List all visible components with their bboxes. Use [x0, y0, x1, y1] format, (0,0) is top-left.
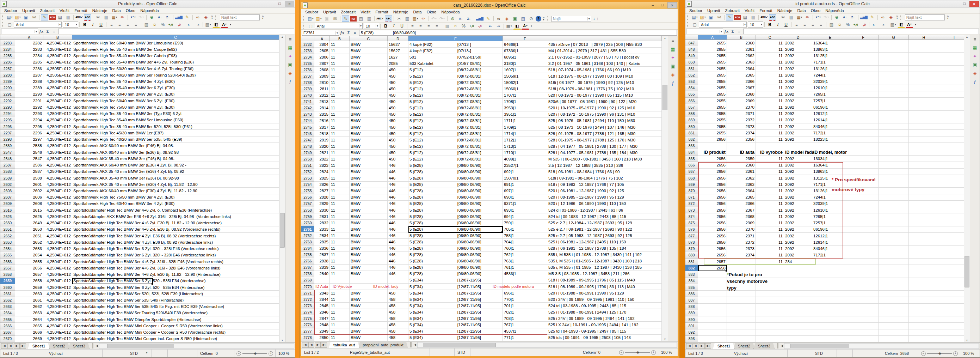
toolbar-grip[interactable]: [2, 15, 5, 20]
row-header-866[interactable]: 866: [686, 162, 698, 168]
cell-I881[interactable]: [939, 259, 964, 265]
cell-B2626[interactable]: 4,2504E+012: [43, 213, 72, 220]
row-header-2751[interactable]: 2751: [301, 162, 314, 169]
cell-D888[interactable]: [784, 304, 812, 310]
cell-F2732[interactable]: 64669|1: [503, 41, 547, 48]
cell-A848[interactable]: 2655: [698, 46, 727, 53]
menu-vložit[interactable]: Vložit: [742, 8, 757, 13]
cell-B2747[interactable]: 11: [330, 137, 350, 143]
cell-C885[interactable]: [756, 284, 784, 291]
row-header-2764[interactable]: 2764: [301, 246, 314, 252]
cell-A874[interactable]: 2656: [698, 213, 727, 220]
open-icon[interactable]: ▨▾: [699, 14, 706, 21]
cell-F2736[interactable]: 1697|1: [503, 67, 547, 73]
cell-C2777[interactable]: BMW: [350, 328, 388, 335]
menu-upravit[interactable]: Upravit: [321, 10, 338, 14]
cell-B2603[interactable]: 4,2504E+012: [43, 188, 72, 194]
cell-C2283[interactable]: Sportfahrwerk High Tec 60/40 mm BMW 3er …: [72, 40, 279, 46]
cell-G2737[interactable]: 518 | 12-1975 - 08-1977 | 1990 | 80 | 10…: [547, 73, 662, 79]
column-header-E[interactable]: E: [812, 35, 848, 40]
cell-G892[interactable]: [878, 329, 909, 336]
cell-F857[interactable]: [848, 104, 878, 110]
maximize-button[interactable]: □: [275, 1, 284, 6]
cell-G2753[interactable]: 518i | 09-1981 - 08-1984 | 1776 | 75 | 1…: [547, 175, 662, 182]
cell-C857[interactable]: 11: [756, 104, 784, 110]
row-header-878[interactable]: 878: [686, 239, 698, 246]
cell-A2754[interactable]: 2826: [314, 182, 330, 188]
cell-G2744[interactable]: 525 | 08-1976 - 05-1981 | 2494 | 110 | 1…: [547, 118, 662, 124]
row-header-851[interactable]: 851: [686, 66, 698, 72]
styles-icon[interactable]: ✦: [670, 54, 676, 61]
row-header-2741[interactable]: 2741: [301, 99, 314, 105]
cell-C2739[interactable]: BMW: [350, 86, 388, 93]
horizontal-scroll-thumb[interactable]: [791, 344, 849, 348]
row-header-2289[interactable]: 2289: [0, 78, 15, 85]
percent-format-icon[interactable]: %: [844, 21, 851, 28]
column-header-A[interactable]: A: [15, 35, 43, 40]
cell-H854[interactable]: [909, 85, 939, 91]
font-name-select[interactable]: Arial▾: [699, 21, 747, 27]
cell-D2764[interactable]: 446: [388, 246, 409, 252]
bold-icon[interactable]: B: [766, 21, 773, 28]
delete-decimal-icon[interactable]: -,0: [476, 23, 484, 29]
insert-chart-icon[interactable]: ▃▅▇: [476, 16, 484, 22]
cell-A893[interactable]: [698, 336, 727, 342]
cell-G854[interactable]: [878, 85, 909, 91]
font-size-select[interactable]: 10▾: [748, 21, 763, 27]
cell-B2293[interactable]: 4,2504E+012: [43, 104, 72, 110]
cell-E869[interactable]: 7171|1: [812, 181, 848, 188]
delete-decimal-icon[interactable]: -,0: [175, 21, 183, 28]
sheet-tab-propojeni_auto_produkt[interactable]: propojeni_auto_produkt: [358, 342, 408, 348]
cell-A2772[interactable]: 2844: [314, 296, 330, 303]
cell-I873[interactable]: [939, 207, 964, 213]
cell-G2775[interactable]: 525 i 24V | 09-1989 - 09-1995 | 2494 | 1…: [547, 315, 662, 322]
row-header-853[interactable]: 853: [686, 78, 698, 85]
cell-I877[interactable]: [939, 233, 964, 239]
cell-E857[interactable]: 86196|1: [812, 104, 848, 110]
cell-H861[interactable]: [909, 130, 939, 136]
currency-format-icon[interactable]: ¤: [836, 21, 843, 28]
cell-C865[interactable]: 11: [756, 155, 784, 162]
cell-A2736[interactable]: 2808: [314, 67, 330, 73]
align-left-icon[interactable]: ≡: [409, 23, 416, 29]
cell-H874[interactable]: [909, 213, 939, 220]
cell-E2770[interactable]: 5 (E34)[12/87-11/95]: [409, 284, 503, 290]
cell-C855[interactable]: 11: [756, 91, 784, 98]
cell-E855[interactable]: 7265|1: [812, 91, 848, 98]
row-header-2746[interactable]: 2746: [301, 131, 314, 137]
cell-A2283[interactable]: 2282: [15, 40, 43, 46]
cell-E2755[interactable]: 5 (E28)[06/80-06/90]: [409, 188, 503, 194]
cell-F2748[interactable]: 1713|1: [503, 143, 547, 150]
cell-B2763[interactable]: 11: [330, 239, 350, 245]
cell-B2660[interactable]: 4,2504E+012: [43, 284, 72, 291]
cell-A2751[interactable]: 2823: [314, 162, 330, 169]
cell-B2745[interactable]: 11: [330, 124, 350, 131]
cell-H871[interactable]: [909, 194, 939, 201]
cell-F2751[interactable]: 23527|1: [503, 162, 547, 169]
next-sheet-button[interactable]: ▶: [14, 343, 20, 349]
cell-C2741[interactable]: BMW: [350, 99, 388, 105]
cell-A2664[interactable]: 2663: [15, 310, 43, 316]
cell-B2294[interactable]: 4,2504E+012: [43, 111, 72, 117]
cell-E850[interactable]: 7171|1: [812, 59, 848, 66]
cell-B2732[interactable]: 11: [330, 41, 350, 48]
print-icon[interactable]: ▤: [56, 14, 64, 21]
font-color-icon[interactable]: A▾: [906, 21, 913, 28]
cell-A2753[interactable]: 2825: [314, 175, 330, 182]
cell-A870[interactable]: 2656: [698, 188, 727, 194]
cell-G870[interactable]: [878, 188, 909, 194]
cell-B847[interactable]: 2360: [727, 40, 756, 46]
function-wizard-icon[interactable]: ƒx: [38, 29, 45, 34]
cell-C2752[interactable]: BMW: [350, 169, 388, 175]
format-toolbar-overflow-icon[interactable]: ▾: [228, 22, 232, 27]
cell-D847[interactable]: 2092: [784, 40, 812, 46]
cell-E2748[interactable]: 5 (E12)[08/72-08/81]: [409, 143, 503, 150]
cell-D2752[interactable]: 446: [388, 169, 409, 175]
align-right-icon[interactable]: ≡: [124, 21, 132, 28]
cell-B2765[interactable]: 11: [330, 252, 350, 258]
cell-I866[interactable]: [939, 162, 964, 168]
cell-F880[interactable]: [848, 252, 878, 259]
cell-A2616[interactable]: 2615: [15, 207, 43, 213]
cell-E2761[interactable]: 5 (E28)[06/80-06/90]: [409, 226, 503, 232]
help-icon[interactable]: ?: [536, 16, 541, 21]
